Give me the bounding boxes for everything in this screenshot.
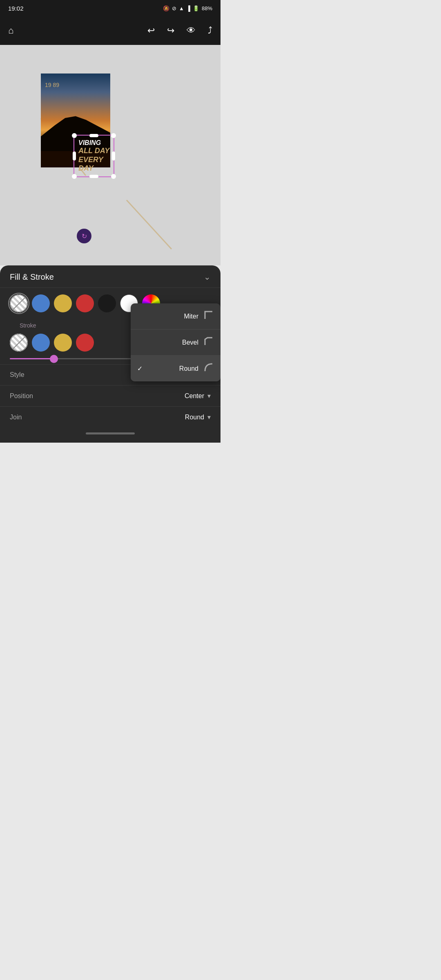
svg-line-1 xyxy=(127,200,172,249)
undo-button[interactable]: ↩ xyxy=(147,25,155,36)
do-not-disturb-icon: ⊘ xyxy=(172,5,176,11)
fill-swatch-transparent[interactable] xyxy=(10,294,28,312)
fill-swatch-blue[interactable] xyxy=(32,294,50,312)
wifi-icon: ▲ xyxy=(179,5,184,11)
fill-swatch-yellow[interactable] xyxy=(54,294,72,312)
handle-mid-top[interactable] xyxy=(89,134,98,137)
join-chevron-icon: ▾ xyxy=(207,413,211,421)
mute-icon: 🔕 xyxy=(163,5,169,11)
handle-mid-right[interactable] xyxy=(112,151,115,160)
style-row: Style Miter Bevel ✓ Round xyxy=(0,364,220,385)
join-label: Join xyxy=(10,414,22,421)
stroke-width-slider-thumb[interactable] xyxy=(50,355,58,363)
signal-icon: ▐ xyxy=(187,5,190,11)
bevel-label: Bevel xyxy=(137,339,198,346)
redo-button[interactable]: ↪ xyxy=(167,25,174,36)
handle-bottom-left[interactable] xyxy=(72,174,77,179)
stroke-swatch-transparent[interactable] xyxy=(10,334,28,352)
status-icons: 🔕 ⊘ ▲ ▐ 🔋 88% xyxy=(163,5,212,11)
position-row: Position Center ▾ xyxy=(0,385,220,406)
style-dropdown-popup: Miter Bevel ✓ Round xyxy=(131,303,220,381)
join-value[interactable]: Round ▾ xyxy=(185,413,211,421)
miter-label: Miter xyxy=(137,313,198,320)
preview-button[interactable]: 👁 xyxy=(187,25,196,36)
stroke-swatch-blue[interactable] xyxy=(32,334,50,352)
bevel-icon xyxy=(203,336,214,349)
round-icon xyxy=(203,362,214,375)
status-time: 19:02 xyxy=(8,5,24,12)
text-element[interactable]: VIBING ALL DAY EVERY DAY xyxy=(74,135,114,177)
fill-swatch-red[interactable] xyxy=(76,294,94,312)
toolbar: ⌂ ↩ ↪ 👁 ⤴ xyxy=(0,16,220,45)
panel-header: Fill & Stroke ⌄ xyxy=(0,272,220,288)
fill-swatch-black[interactable] xyxy=(98,294,116,312)
share-button[interactable]: ⤴ xyxy=(208,25,212,36)
panel-title: Fill & Stroke xyxy=(10,272,54,282)
round-label: Round xyxy=(149,365,198,372)
rotate-button[interactable]: ↻ xyxy=(77,229,91,243)
dropdown-item-bevel[interactable]: Bevel xyxy=(131,330,220,356)
photo-year: 19 89 xyxy=(45,82,59,89)
miter-icon xyxy=(203,310,214,323)
canvas-area[interactable]: 19 89 VIBING ALL DAY EVERY DAY ↻ xyxy=(0,45,220,265)
home-indicator xyxy=(86,432,135,434)
position-chevron-icon: ▾ xyxy=(207,392,211,400)
handle-top-right[interactable] xyxy=(111,133,116,138)
battery-percent: 88% xyxy=(202,5,212,11)
stroke-swatch-red[interactable] xyxy=(76,334,94,352)
position-label: Position xyxy=(10,392,33,400)
toolbar-center: ↩ ↪ 👁 ⤴ xyxy=(147,25,212,36)
bottom-panel: Fill & Stroke ⌄ Stroke xyxy=(0,265,220,443)
home-button[interactable]: ⌂ xyxy=(8,25,13,36)
stroke-width-slider-fill xyxy=(10,358,54,359)
position-value[interactable]: Center ▾ xyxy=(185,392,211,400)
dropdown-item-miter[interactable]: Miter xyxy=(131,303,220,330)
canvas-content: 19 89 VIBING ALL DAY EVERY DAY ↻ xyxy=(0,45,220,265)
checkmark-icon: ✓ xyxy=(137,365,143,372)
battery-icon: 🔋 xyxy=(193,5,199,11)
text-vibing: VIBING ALL DAY EVERY DAY xyxy=(78,139,109,173)
handle-mid-bottom[interactable] xyxy=(89,175,98,178)
dropdown-item-round[interactable]: ✓ Round xyxy=(131,356,220,381)
handle-bottom-right[interactable] xyxy=(111,174,116,179)
handle-mid-left[interactable] xyxy=(73,151,76,160)
style-label: Style xyxy=(10,371,24,379)
collapse-button[interactable]: ⌄ xyxy=(204,272,211,282)
join-row: Join Round ▾ xyxy=(0,406,220,428)
stroke-swatch-yellow[interactable] xyxy=(54,334,72,352)
status-bar: 19:02 🔕 ⊘ ▲ ▐ 🔋 88% xyxy=(0,0,220,16)
handle-top-left[interactable] xyxy=(72,133,77,138)
